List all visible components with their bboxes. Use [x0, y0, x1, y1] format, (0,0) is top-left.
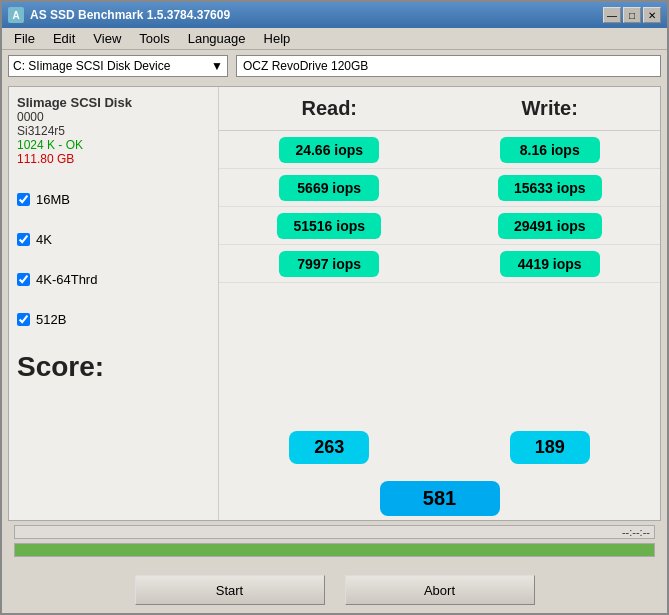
- menu-edit[interactable]: Edit: [45, 29, 83, 48]
- test-rows: 16MB 4K 4K-64Thrd: [17, 180, 210, 338]
- right-panel: Read: Write: 24.66 iops 8.16 iops: [219, 87, 660, 520]
- score-label-row: Score:: [17, 338, 210, 396]
- menu-help[interactable]: Help: [256, 29, 299, 48]
- read-cell-16mb: 24.66 iops: [219, 131, 440, 168]
- test-row-4k: 4K: [17, 220, 210, 258]
- test-checkbox-4k[interactable]: [17, 233, 30, 246]
- read-cell-4k: 5669 iops: [219, 169, 440, 206]
- maximize-button[interactable]: □: [623, 7, 641, 23]
- read-value-512b: 7997 iops: [279, 251, 379, 277]
- score-read-cell: 263: [219, 431, 440, 464]
- test-checkbox-512b[interactable]: [17, 313, 30, 326]
- disk-driver: Si3124r5: [17, 124, 210, 138]
- data-row-512b: 7997 iops 4419 iops: [219, 245, 660, 283]
- test-row-4k64: 4K-64Thrd: [17, 260, 210, 298]
- score-write-cell: 189: [440, 431, 661, 464]
- write-value-16mb: 8.16 iops: [500, 137, 600, 163]
- disk-size: 111.80 GB: [17, 152, 210, 166]
- bottom-progress-fill: [15, 544, 654, 556]
- main-window: A AS SSD Benchmark 1.5.3784.37609 — □ ✕ …: [0, 0, 669, 615]
- score-row: 263 189: [219, 418, 660, 476]
- write-header: Write:: [440, 87, 661, 131]
- test-checkbox-4k64[interactable]: [17, 273, 30, 286]
- write-cell-4k64: 29491 iops: [440, 207, 661, 244]
- write-value-512b: 4419 iops: [500, 251, 600, 277]
- abort-button[interactable]: Abort: [345, 575, 535, 605]
- read-cell-4k64: 51516 iops: [219, 207, 440, 244]
- disk-name: SIimage SCSI Disk: [17, 95, 210, 110]
- disk-access: 1024 K - OK: [17, 138, 210, 152]
- test-label-16mb[interactable]: 16MB: [17, 192, 70, 207]
- test-label-4k[interactable]: 4K: [17, 232, 52, 247]
- title-buttons: — □ ✕: [603, 7, 661, 23]
- total-score-row: 581: [219, 476, 660, 520]
- write-value-4k64: 29491 iops: [498, 213, 602, 239]
- test-name-512b: 512B: [36, 312, 66, 327]
- menu-bar: File Edit View Tools Language Help: [2, 28, 667, 50]
- drive-label-input[interactable]: [236, 55, 661, 77]
- title-bar: A AS SSD Benchmark 1.5.3784.37609 — □ ✕: [2, 2, 667, 28]
- toolbar: C: SIimage SCSI Disk Device ▼: [2, 50, 667, 82]
- main-content: SIimage SCSI Disk 0000 Si3124r5 1024 K -…: [2, 82, 667, 569]
- title-bar-left: A AS SSD Benchmark 1.5.3784.37609: [8, 7, 230, 23]
- minimize-button[interactable]: —: [603, 7, 621, 23]
- test-checkbox-16mb[interactable]: [17, 193, 30, 206]
- bottom-buttons: Start Abort: [2, 569, 667, 613]
- read-value-4k64: 51516 iops: [277, 213, 381, 239]
- write-cell-4k: 15633 iops: [440, 169, 661, 206]
- left-panel: SIimage SCSI Disk 0000 Si3124r5 1024 K -…: [9, 87, 219, 520]
- app-icon: A: [8, 7, 24, 23]
- read-header: Read:: [219, 87, 440, 131]
- drive-select-label: C: SIimage SCSI Disk Device: [13, 59, 170, 73]
- results-area: SIimage SCSI Disk 0000 Si3124r5 1024 K -…: [8, 86, 661, 521]
- chevron-down-icon: ▼: [211, 59, 223, 73]
- test-name-4k: 4K: [36, 232, 52, 247]
- bottom-progress-bar: [14, 543, 655, 557]
- menu-tools[interactable]: Tools: [131, 29, 177, 48]
- data-row-4k64: 51516 iops 29491 iops: [219, 207, 660, 245]
- data-row-16mb: 24.66 iops 8.16 iops: [219, 131, 660, 169]
- score-section: 263 189 581: [219, 418, 660, 520]
- menu-file[interactable]: File: [6, 29, 43, 48]
- write-cell-512b: 4419 iops: [440, 245, 661, 282]
- data-rows: 24.66 iops 8.16 iops 5669 iops 15633 iop…: [219, 131, 660, 418]
- test-label-4k64[interactable]: 4K-64Thrd: [17, 272, 97, 287]
- test-label-512b[interactable]: 512B: [17, 312, 66, 327]
- data-row-4k: 5669 iops 15633 iops: [219, 169, 660, 207]
- disk-id: 0000: [17, 110, 210, 124]
- total-score-value: 581: [380, 481, 500, 516]
- progress-area: --:--:--: [8, 521, 661, 565]
- read-cell-512b: 7997 iops: [219, 245, 440, 282]
- headers-row: Read: Write:: [219, 87, 660, 131]
- test-name-4k64: 4K-64Thrd: [36, 272, 97, 287]
- top-progress-bar: --:--:--: [14, 525, 655, 539]
- menu-view[interactable]: View: [85, 29, 129, 48]
- menu-language[interactable]: Language: [180, 29, 254, 48]
- write-cell-16mb: 8.16 iops: [440, 131, 661, 168]
- drive-dropdown[interactable]: C: SIimage SCSI Disk Device ▼: [8, 55, 228, 77]
- disk-info: SIimage SCSI Disk 0000 Si3124r5 1024 K -…: [17, 95, 210, 166]
- test-name-16mb: 16MB: [36, 192, 70, 207]
- test-row-16mb: 16MB: [17, 180, 210, 218]
- start-button[interactable]: Start: [135, 575, 325, 605]
- close-button[interactable]: ✕: [643, 7, 661, 23]
- window-title: AS SSD Benchmark 1.5.3784.37609: [30, 8, 230, 22]
- progress-time: --:--:--: [622, 526, 650, 538]
- score-read-value: 263: [289, 431, 369, 464]
- test-row-512b: 512B: [17, 300, 210, 338]
- score-label: Score:: [17, 351, 104, 383]
- write-value-4k: 15633 iops: [498, 175, 602, 201]
- read-value-16mb: 24.66 iops: [279, 137, 379, 163]
- score-write-value: 189: [510, 431, 590, 464]
- read-value-4k: 5669 iops: [279, 175, 379, 201]
